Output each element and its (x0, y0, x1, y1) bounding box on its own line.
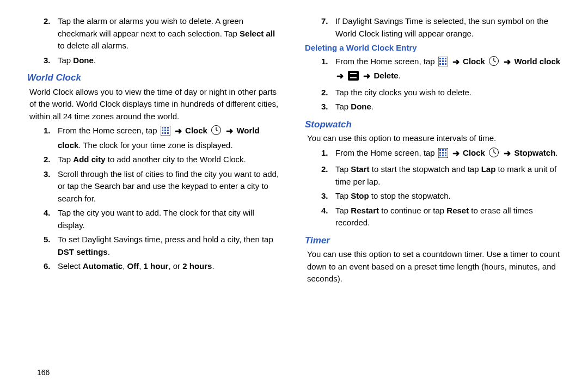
apps-grid-icon (438, 148, 448, 162)
text-run (360, 71, 362, 80)
text-run: . (399, 71, 401, 80)
text-run (223, 126, 225, 135)
text-run: From the Home screen, tap (335, 148, 437, 157)
svg-rect-17 (439, 60, 441, 62)
svg-rect-6 (167, 130, 169, 131)
clock-icon (488, 56, 499, 70)
svg-rect-14 (439, 58, 441, 59)
step-number: 2. (44, 154, 58, 166)
numbered-step: 2.Tap the alarm or alarms you wish to de… (27, 15, 283, 52)
step-body: To set Daylight Savings time, press and … (58, 234, 283, 258)
svg-rect-38 (445, 155, 446, 156)
svg-rect-31 (442, 149, 444, 151)
step-number: 2. (44, 15, 58, 52)
arrow-right-icon: ➜ (452, 149, 460, 158)
text-run (485, 57, 487, 66)
text-run: World clock (514, 57, 560, 66)
text-run: Stopwatch (514, 148, 555, 157)
text-run: . (108, 247, 110, 256)
text-run: Select all (240, 29, 275, 38)
step-body: Tap Stop to stop the stopwatch. (335, 190, 561, 203)
svg-rect-26 (348, 71, 359, 81)
step-number: 5. (44, 234, 58, 258)
arrow-right-icon: ➜ (336, 72, 344, 81)
text-run (345, 71, 347, 80)
text-run: Tap (335, 164, 351, 174)
svg-rect-9 (167, 132, 169, 134)
step-body: From the Home screen, tap ➜ Clock ➜ Worl… (335, 56, 561, 84)
text-run: . (94, 56, 96, 65)
text-run: Tap (335, 191, 351, 200)
svg-rect-21 (442, 63, 444, 65)
numbered-step: 1.From the Home screen, tap ➜ Clock ➜ Wo… (305, 56, 561, 84)
section-heading-stopwatch: Stopwatch (305, 118, 561, 132)
text-run: Tap the city clocks you wish to delete. (335, 88, 471, 97)
step-number: 3. (321, 101, 335, 113)
svg-rect-22 (445, 63, 446, 65)
numbered-step: 4.Tap the city you want to add. The cloc… (27, 207, 283, 231)
text-run: Tap (335, 102, 351, 111)
text-run: 1 hour (144, 261, 169, 271)
svg-rect-18 (442, 60, 444, 62)
text-run: Done (351, 102, 371, 111)
numbered-step: 2.Tap Add city to add another city to th… (27, 154, 283, 166)
svg-rect-16 (445, 58, 446, 59)
numbered-step: 3.Tap Stop to stop the stopwatch. (305, 190, 561, 203)
numbered-step: 2.Tap Start to start the stopwatch and t… (305, 163, 561, 188)
clock-icon (211, 125, 222, 139)
right-column: 7.If Daylight Savings Time is selected, … (299, 15, 566, 392)
text-run: Start (351, 164, 369, 174)
text-run: Restart (351, 206, 379, 215)
numbered-step: 3.Tap Done. (305, 101, 561, 113)
text-run: DST settings (58, 247, 108, 256)
step-body: If Daylight Savings Time is selected, th… (335, 15, 561, 40)
section-heading-timer: Timer (305, 234, 561, 248)
text-run (449, 148, 451, 157)
text-run: Clock (463, 148, 485, 157)
svg-rect-19 (445, 60, 446, 62)
text-run: Tap (58, 56, 73, 65)
text-run (500, 148, 503, 157)
page-number: 166 (37, 368, 50, 377)
text-run: 2 hours (182, 261, 212, 271)
apps-grid-icon (161, 126, 170, 139)
svg-rect-34 (442, 152, 444, 154)
text-run: Lap (481, 164, 496, 174)
text-run: Tap the city you want to add. The clock … (58, 208, 254, 230)
svg-rect-3 (167, 127, 169, 128)
text-run: . (212, 261, 214, 271)
svg-rect-15 (442, 58, 444, 59)
text-run: , (122, 261, 127, 271)
arrow-right-icon: ➜ (226, 127, 233, 136)
svg-rect-28 (350, 77, 357, 78)
text-run: . The clock for your time zone is displa… (78, 140, 232, 150)
text-run: Scroll through the list of cities to fin… (58, 169, 279, 203)
svg-rect-4 (162, 130, 163, 131)
text-run: to stop the stopwatch. (369, 191, 451, 200)
numbered-step: 5.To set Daylight Savings time, press an… (27, 234, 283, 258)
step-body: Tap Restart to continue or tap Reset to … (335, 205, 561, 229)
svg-rect-20 (439, 63, 441, 65)
text-run: to add another city to the World Clock. (106, 155, 246, 164)
step-number: 3. (321, 190, 335, 203)
clock-icon (488, 147, 499, 162)
arrow-right-icon: ➜ (504, 149, 511, 158)
intro-paragraph: You can use this option to measure inter… (305, 132, 561, 145)
section-heading-world-clock: World Clock (27, 71, 283, 85)
numbered-step: 6.Select Automatic, Off, 1 hour, or 2 ho… (27, 260, 283, 273)
text-run: Off (127, 261, 139, 271)
text-run: Tap the alarm or alarms you wish to dele… (58, 16, 243, 38)
text-run (171, 126, 174, 135)
sub-heading-deleting-world-clock-entry: Deleting a World Clock Entry (305, 42, 561, 54)
text-run: From the Home screen, tap (335, 57, 437, 66)
step-body: Tap the alarm or alarms you wish to dele… (58, 15, 283, 52)
numbered-step: 1.From the Home screen, tap ➜ Clock ➜ St… (305, 147, 561, 162)
svg-rect-30 (439, 149, 441, 151)
step-number: 1. (321, 147, 335, 162)
intro-paragraph: You can use this option to set a countdo… (305, 248, 561, 285)
step-number: 6. (44, 260, 58, 273)
numbered-step: 1.From the Home screen, tap ➜ Clock ➜ Wo… (27, 125, 283, 151)
text-run: . (555, 148, 558, 157)
step-number: 1. (321, 56, 335, 84)
text-run: Clock (185, 126, 207, 135)
